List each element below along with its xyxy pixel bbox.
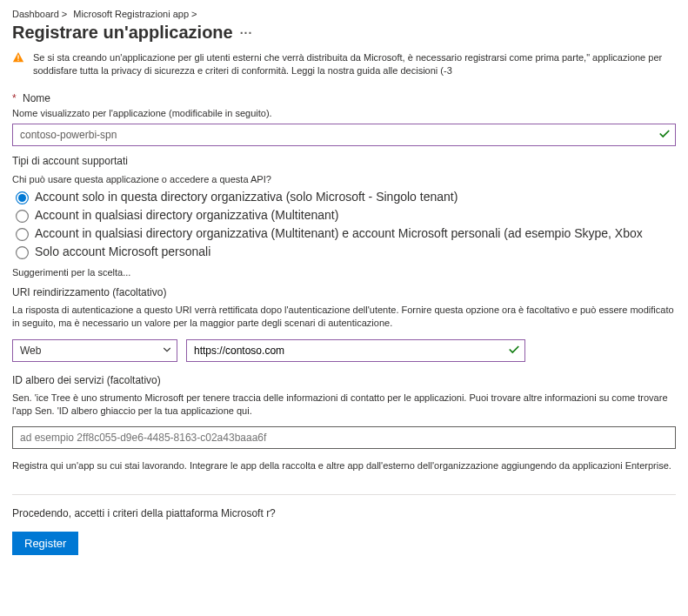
account-type-single-tenant-label[interactable]: Account solo in questa directory organiz…: [35, 190, 458, 204]
account-types-question: Chi può usare questa applicazione o acce…: [12, 174, 676, 184]
enterprise-apps-note: Registra qui un'app su cui stai lavorand…: [12, 459, 676, 472]
svg-rect-0: [17, 55, 18, 58]
account-type-multitenant-label[interactable]: Account in qualsiasi directory organizza…: [35, 208, 338, 222]
name-label-text: Nome: [23, 92, 50, 104]
account-type-multitenant-personal-radio[interactable]: [16, 228, 29, 241]
service-tree-description: Sen. 'ice Tree è uno strumento Microsoft…: [12, 392, 676, 418]
account-type-single-tenant-radio[interactable]: [16, 191, 29, 204]
redirect-uri-heading: URI reindirizzamento (facoltativo): [12, 286, 676, 298]
page-title-text: Registrare un'applicazione: [12, 23, 233, 43]
required-indicator: *: [12, 92, 17, 104]
register-button[interactable]: Register: [12, 532, 78, 555]
breadcrumb-app-registrations[interactable]: Microsoft Registrazioni app >: [73, 9, 197, 19]
account-types-heading: Tipi di account supportati: [12, 155, 676, 167]
account-type-multitenant-radio[interactable]: [16, 210, 29, 223]
name-input[interactable]: [12, 124, 676, 146]
page-title: Registrare un'applicazione ···: [12, 23, 676, 43]
account-type-personal-only-radio[interactable]: [16, 246, 29, 259]
platform-policies-consent: Procedendo, accetti i criteri della piat…: [12, 507, 676, 519]
service-tree-id-input[interactable]: [12, 426, 676, 449]
first-party-warning-banner: Se si sta creando un'applicazione per gl…: [12, 51, 676, 85]
divider: [12, 494, 676, 495]
warning-icon: [12, 51, 28, 78]
breadcrumb-dashboard[interactable]: Dashboard >: [12, 9, 67, 19]
help-me-choose-link[interactable]: Suggerimenti per la scelta...: [12, 267, 676, 278]
account-type-multitenant-personal-label[interactable]: Account in qualsiasi directory organizza…: [35, 226, 643, 240]
redirect-uri-description: La risposta di autenticazione a questo U…: [12, 304, 676, 331]
svg-rect-1: [17, 60, 18, 61]
breadcrumb: Dashboard > Microsoft Registrazioni app …: [12, 9, 676, 19]
redirect-uri-input[interactable]: [186, 339, 525, 362]
service-tree-heading: ID albero dei servizi (facoltativo): [12, 374, 676, 386]
warning-text: Se si sta creando un'applicazione per gl…: [33, 51, 676, 78]
platform-select-value: Web: [20, 345, 41, 357]
valid-check-icon: [658, 127, 671, 142]
name-label: * Nome: [12, 92, 676, 104]
valid-check-icon: [508, 343, 520, 358]
name-helper-text: Nome visualizzato per l'applicazione (mo…: [12, 108, 676, 118]
account-types-radio-group: Account solo in questa directory organiz…: [12, 190, 676, 258]
chevron-down-icon: [162, 344, 172, 357]
more-actions-button[interactable]: ···: [240, 26, 253, 40]
account-type-personal-only-label[interactable]: Solo account Microsoft personali: [35, 244, 210, 258]
platform-select[interactable]: Web: [12, 339, 177, 362]
